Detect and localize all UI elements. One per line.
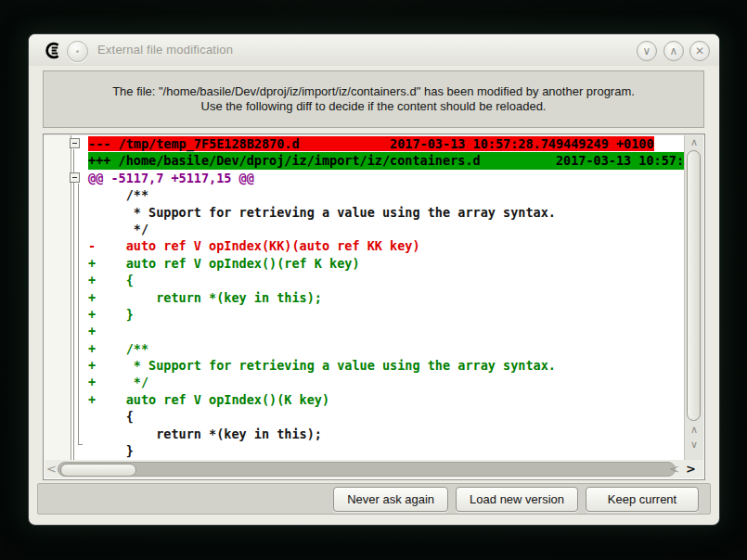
scroll-left-icon[interactable]: <: [669, 461, 679, 477]
diff-line: + auto ref V opIndex()(K key): [45, 391, 685, 408]
diff-line-text: */: [88, 222, 148, 236]
diff-line-text: + */: [88, 375, 148, 389]
close-button[interactable]: ✕: [689, 41, 710, 61]
diff-line-text: + {: [88, 273, 134, 287]
load-new-version-button[interactable]: Load new version: [456, 487, 578, 512]
diff-lines: --- /tmp/temp_7F5E128B2870.d 2017-03-13 …: [45, 135, 685, 459]
diff-line: }: [45, 442, 685, 459]
horizontal-scrollbar-thumb[interactable]: [60, 464, 136, 477]
diff-line-text: * Support for retrieving a value using t…: [88, 205, 556, 220]
diff-line: + /**: [45, 340, 685, 357]
diff-line-text: }: [88, 443, 134, 458]
diff-line: --- /tmp/temp_7F5E128B2870.d 2017-03-13 …: [45, 135, 685, 152]
vertical-scrollbar[interactable]: ∧ ∧ ∨: [684, 135, 703, 460]
diff-line: + * Support for retrieving a value using…: [45, 357, 685, 374]
diff-line-text: + }: [88, 307, 134, 322]
diff-content-area: --- /tmp/temp_7F5E128B2870.d 2017-03-13 …: [45, 135, 685, 460]
diff-line: - auto ref V opIndex(KK)(auto ref KK key…: [45, 237, 685, 254]
chevron-up-icon: ∧: [670, 45, 678, 57]
diff-line: /**: [45, 186, 685, 203]
diff-line: + }: [45, 306, 685, 323]
diff-line: */: [45, 221, 685, 237]
scroll-left-icon[interactable]: <: [46, 461, 57, 477]
horizontal-scrollbar[interactable]: < < >: [45, 460, 703, 478]
dialog-button-bar: Never ask again Load new version Keep cu…: [37, 483, 711, 515]
diff-line: {: [45, 408, 685, 425]
title-bar[interactable]: External file modification ∨ ∧ ✕: [29, 34, 719, 66]
vertical-scrollbar-thumb[interactable]: [687, 150, 701, 421]
coedit-logo-icon: [44, 42, 62, 59]
diff-line-text: return *(key in this);: [88, 426, 322, 441]
diff-line-text: + auto ref V opIndex()(ref K key): [88, 256, 360, 271]
diff-line-text: + auto ref V opIndex()(K key): [88, 392, 329, 407]
desktop-background: { "window": { "title": "External file mo…: [0, 0, 747, 560]
minimize-button[interactable]: ∨: [637, 41, 657, 61]
diff-line: @@ -5117,7 +5117,15 @@: [45, 170, 685, 186]
external-file-modification-dialog: External file modification ∨ ∧ ✕ The fil…: [29, 34, 719, 525]
scroll-up-icon[interactable]: ∧: [685, 424, 703, 436]
horizontal-scrollbar-track[interactable]: [58, 462, 676, 477]
fold-collapse-icon[interactable]: [70, 172, 80, 183]
diff-line: + */: [45, 374, 685, 390]
diff-line-text: {: [88, 409, 134, 424]
diff-line-text: + return *(key in this);: [88, 290, 322, 305]
diff-line-text: + /**: [88, 341, 148, 356]
diff-line-text: - auto ref V opIndex(KK)(auto ref KK key…: [88, 238, 420, 253]
message-line-1: The file: "/home/basile/Dev/dproj/iz/imp…: [112, 84, 635, 99]
diff-line: * Support for retrieving a value using t…: [45, 204, 685, 221]
fold-collapse-icon[interactable]: [70, 138, 80, 148]
diff-line-text: + * Support for retrieving a value using…: [88, 358, 556, 373]
scroll-down-icon[interactable]: ∨: [685, 439, 703, 451]
diff-line: return *(key in this);: [45, 426, 685, 442]
message-line-2: Use the following diff to decide if the …: [201, 99, 547, 114]
diff-line: +++ /home/basile/Dev/dproj/iz/import/iz/…: [45, 152, 685, 169]
diff-line-text: +: [88, 324, 96, 338]
scroll-up-icon[interactable]: ∧: [685, 136, 703, 148]
chevron-down-icon: ∨: [643, 45, 651, 57]
diff-line-text: --- /tmp/temp_7F5E128B2870.d 2017-03-13 …: [88, 136, 654, 151]
never-ask-again-button[interactable]: Never ask again: [333, 487, 448, 512]
diff-line: +: [45, 323, 685, 339]
window-title: External file modification: [97, 43, 233, 57]
maximize-button[interactable]: ∧: [663, 41, 684, 61]
close-icon: ✕: [695, 45, 704, 57]
diff-line-text: +++ /home/basile/Dev/dproj/iz/import/iz/…: [88, 152, 685, 169]
diff-line-text: @@ -5117,7 +5117,15 @@: [88, 171, 254, 185]
modification-message-panel: The file: "/home/basile/Dev/dproj/iz/imp…: [43, 70, 704, 128]
keep-current-button[interactable]: Keep current: [586, 487, 699, 512]
diff-line: + {: [45, 272, 685, 288]
diff-line-text: /**: [88, 187, 148, 202]
diff-line: + return *(key in this);: [45, 289, 685, 306]
diff-viewer: --- /tmp/temp_7F5E128B2870.d 2017-03-13 …: [43, 134, 705, 480]
window-menu-button[interactable]: [67, 41, 88, 62]
diff-line: + auto ref V opIndex()(ref K key): [45, 255, 685, 272]
scroll-right-icon[interactable]: >: [686, 461, 696, 477]
